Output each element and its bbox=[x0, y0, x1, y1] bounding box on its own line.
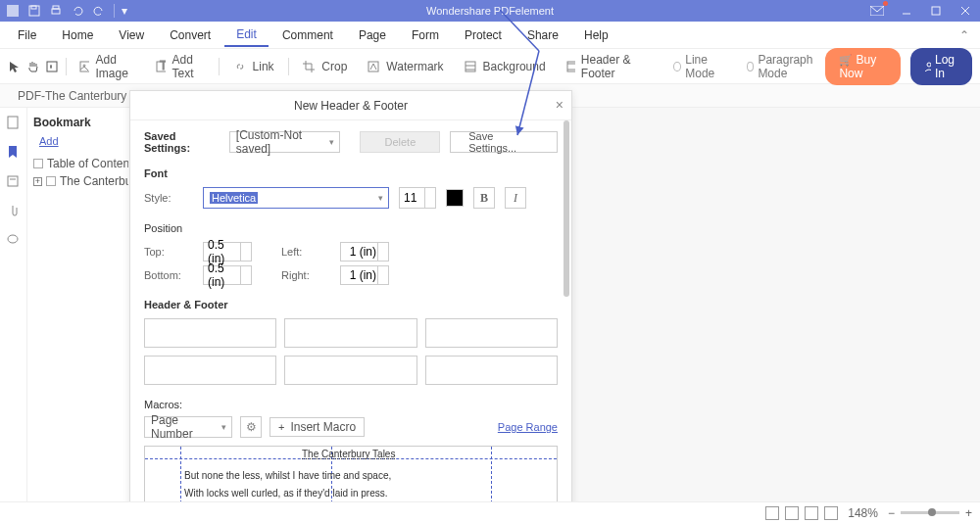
header-footer-label: Header & Footer bbox=[581, 53, 645, 80]
zoom-slider[interactable] bbox=[901, 511, 959, 514]
close-icon[interactable] bbox=[956, 3, 974, 19]
header-right-input[interactable] bbox=[425, 318, 558, 348]
footer-right-input[interactable] bbox=[425, 356, 558, 385]
svg-rect-7 bbox=[932, 7, 940, 15]
view-two-icon[interactable] bbox=[805, 506, 818, 520]
menu-form[interactable]: Form bbox=[400, 24, 451, 46]
select-tool-icon[interactable] bbox=[8, 57, 23, 76]
paragraph-mode-label: Paragraph Mode bbox=[758, 53, 821, 80]
view-continuous-icon[interactable] bbox=[785, 506, 799, 520]
svg-rect-2 bbox=[31, 6, 36, 9]
svg-text:T: T bbox=[160, 60, 166, 72]
add-bookmark-link[interactable]: Add bbox=[39, 135, 128, 147]
bottom-label: Bottom: bbox=[144, 269, 193, 281]
bookmarks-icon[interactable] bbox=[6, 145, 22, 161]
preview-header: The Canterbury Tales bbox=[302, 449, 395, 459]
watermark-button[interactable]: Watermark bbox=[359, 56, 451, 77]
maximize-icon[interactable] bbox=[927, 3, 945, 19]
delete-button: Delete bbox=[360, 131, 440, 153]
save-settings-button[interactable]: Save Settings... bbox=[450, 131, 558, 153]
macros-select[interactable]: Page Number bbox=[144, 416, 232, 438]
bookmark-item[interactable]: Table of Contents bbox=[33, 155, 128, 172]
collapse-ribbon-icon[interactable]: ⌃ bbox=[955, 28, 974, 42]
dropdown-icon[interactable]: ▾ bbox=[114, 4, 127, 18]
annotations-icon[interactable] bbox=[6, 174, 22, 190]
menu-page[interactable]: Page bbox=[347, 24, 398, 46]
app-logo-icon bbox=[6, 4, 20, 18]
mail-icon[interactable] bbox=[868, 3, 886, 19]
sidepanel-title: Bookmark bbox=[33, 116, 128, 129]
menu-convert[interactable]: Convert bbox=[158, 24, 222, 46]
font-style-select[interactable]: Helvetica bbox=[203, 187, 389, 209]
menu-view[interactable]: View bbox=[107, 24, 156, 46]
menu-protect[interactable]: Protect bbox=[453, 24, 514, 46]
redo-icon[interactable] bbox=[92, 4, 106, 18]
login-button[interactable]: Log In bbox=[910, 48, 972, 85]
header-center-input[interactable] bbox=[284, 318, 416, 348]
footer-center-input[interactable] bbox=[284, 356, 416, 385]
crop-label: Crop bbox=[321, 60, 347, 73]
insert-macro-button[interactable]: + Insert Macro bbox=[270, 417, 365, 437]
line-mode-radio[interactable]: Line Mode bbox=[673, 53, 724, 80]
bookmark-label: The Canterbury T bbox=[60, 174, 128, 188]
font-section-title: Font bbox=[144, 167, 558, 179]
comments-icon[interactable] bbox=[6, 233, 22, 249]
zoom-in-icon[interactable]: + bbox=[965, 506, 972, 520]
paragraph-mode-radio[interactable]: Paragraph Mode bbox=[747, 53, 822, 80]
header-left-input[interactable] bbox=[144, 318, 276, 348]
hand-tool-icon[interactable] bbox=[26, 57, 41, 76]
link-button[interactable]: Link bbox=[225, 56, 282, 77]
expand-icon[interactable]: + bbox=[33, 177, 42, 186]
menu-help[interactable]: Help bbox=[572, 24, 620, 46]
background-button[interactable]: Background bbox=[456, 56, 554, 77]
page-range-link[interactable]: Page Range bbox=[498, 421, 558, 433]
save-icon[interactable] bbox=[27, 4, 41, 18]
print-icon[interactable] bbox=[49, 4, 63, 18]
add-image-label: Add Image bbox=[95, 53, 136, 80]
undo-icon[interactable] bbox=[71, 4, 84, 18]
view-grid-icon[interactable] bbox=[824, 506, 838, 520]
bookmark-item[interactable]: +The Canterbury T bbox=[33, 172, 128, 190]
menu-share[interactable]: Share bbox=[515, 24, 570, 46]
minimize-icon[interactable] bbox=[898, 3, 915, 19]
left-stepper[interactable]: 1 (in) bbox=[340, 242, 389, 262]
add-text-label: Add Text bbox=[172, 53, 204, 80]
footer-left-input[interactable] bbox=[144, 356, 276, 385]
menu-home[interactable]: Home bbox=[50, 24, 105, 46]
thumbnails-icon[interactable] bbox=[6, 116, 22, 131]
font-color-swatch[interactable] bbox=[446, 189, 464, 207]
line-mode-label: Line Mode bbox=[685, 53, 724, 80]
dialog-close-icon[interactable]: × bbox=[556, 97, 564, 113]
menu-comment[interactable]: Comment bbox=[270, 24, 345, 46]
link-label: Link bbox=[253, 60, 274, 73]
bottom-stepper[interactable]: 0.5 (in) bbox=[203, 265, 252, 285]
top-stepper[interactable]: 0.5 (in) bbox=[203, 242, 252, 262]
crop-button[interactable]: Crop bbox=[294, 56, 355, 77]
italic-button[interactable]: I bbox=[505, 187, 526, 209]
buy-now-button[interactable]: 🛒 Buy Now bbox=[825, 48, 900, 85]
view-single-icon[interactable] bbox=[765, 506, 779, 520]
menu-edit[interactable]: Edit bbox=[224, 24, 269, 47]
zoom-out-icon[interactable]: − bbox=[888, 506, 895, 520]
attachments-icon[interactable] bbox=[6, 204, 22, 219]
svg-rect-21 bbox=[8, 117, 18, 128]
svg-rect-22 bbox=[8, 176, 18, 186]
bookmark-label: Table of Contents bbox=[47, 157, 128, 170]
header-footer-button[interactable]: Header & Footer bbox=[558, 49, 653, 84]
add-image-button[interactable]: Add Image bbox=[72, 49, 144, 84]
macro-settings-icon[interactable]: ⚙ bbox=[240, 416, 262, 438]
svg-rect-3 bbox=[52, 9, 60, 14]
dialog-title: New Header & Footer bbox=[294, 99, 408, 113]
position-section-title: Position bbox=[144, 222, 558, 234]
header-footer-dialog: New Header & Footer × Saved Settings: [C… bbox=[129, 90, 572, 507]
edit-tool-icon[interactable] bbox=[45, 57, 60, 76]
scrollbar[interactable] bbox=[564, 120, 569, 297]
svg-point-20 bbox=[927, 63, 931, 67]
font-size-stepper[interactable]: 11 bbox=[399, 187, 436, 209]
menu-file[interactable]: File bbox=[6, 24, 48, 46]
macros-label: Macros: bbox=[144, 399, 558, 410]
saved-settings-select[interactable]: [Custom-Not saved] bbox=[229, 131, 341, 153]
bold-button[interactable]: B bbox=[473, 187, 495, 209]
add-text-button[interactable]: TAdd Text bbox=[148, 49, 212, 84]
right-stepper[interactable]: 1 (in) bbox=[340, 265, 389, 285]
